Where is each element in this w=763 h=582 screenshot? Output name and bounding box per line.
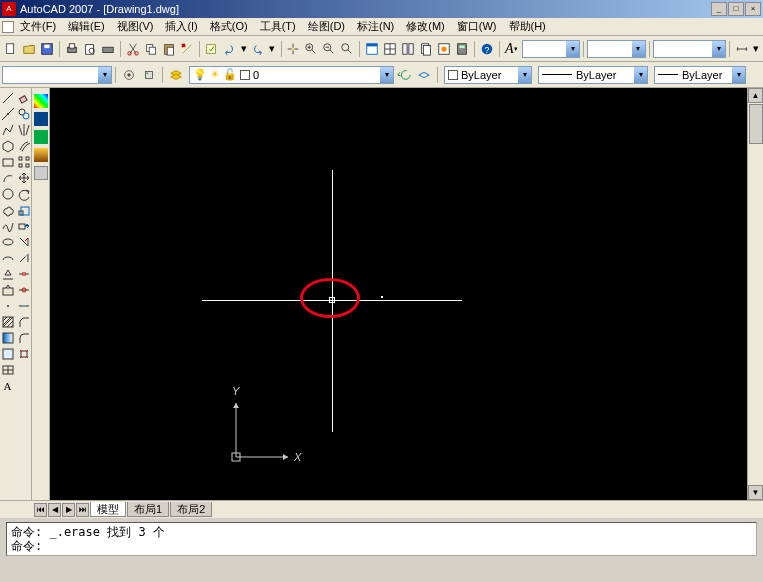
- move-icon[interactable]: [17, 171, 31, 185]
- fillet-icon[interactable]: [17, 331, 31, 345]
- ws-lock-icon[interactable]: [140, 66, 158, 84]
- matchprop-icon[interactable]: [179, 40, 195, 58]
- publish-icon[interactable]: [100, 40, 116, 58]
- aux-icon-4[interactable]: [34, 148, 48, 162]
- dim-dropdown-icon[interactable]: ▾: [752, 40, 760, 58]
- layer-combo[interactable]: 💡 ☀ 🔓 0 ▾: [189, 66, 394, 84]
- break-at-icon[interactable]: [17, 283, 31, 297]
- help-icon[interactable]: ?: [479, 40, 495, 58]
- menu-format[interactable]: 格式(O): [204, 19, 254, 34]
- spline-icon[interactable]: [1, 219, 15, 233]
- print-icon[interactable]: [64, 40, 80, 58]
- explode-icon[interactable]: [17, 347, 31, 361]
- new-icon[interactable]: [3, 40, 19, 58]
- save-icon[interactable]: [39, 40, 55, 58]
- sheet-set-icon[interactable]: [418, 40, 434, 58]
- tab-layout1[interactable]: 布局1: [127, 502, 169, 517]
- undo-dropdown-icon[interactable]: ▾: [239, 40, 248, 58]
- hatch-icon[interactable]: [1, 315, 15, 329]
- layer-iso-icon[interactable]: [415, 66, 433, 84]
- zoom-window-icon[interactable]: [339, 40, 355, 58]
- break-icon[interactable]: [17, 267, 31, 281]
- menu-tools[interactable]: 工具(T): [254, 19, 302, 34]
- dimstyle-combo[interactable]: ▾: [587, 40, 646, 58]
- aux-icon-5[interactable]: [34, 166, 48, 180]
- open-icon[interactable]: [21, 40, 37, 58]
- line-icon[interactable]: [1, 91, 15, 105]
- drawing-area[interactable]: X Y ▲ ▼: [50, 88, 763, 500]
- layer-prev-icon[interactable]: [395, 66, 413, 84]
- gradient-icon[interactable]: [1, 331, 15, 345]
- minimize-button[interactable]: _: [711, 2, 727, 16]
- mirror-icon[interactable]: [17, 123, 31, 137]
- markup-icon[interactable]: [436, 40, 452, 58]
- layer-props-icon[interactable]: [167, 66, 185, 84]
- calc-icon[interactable]: [454, 40, 470, 58]
- aux-icon-1[interactable]: [34, 94, 48, 108]
- polygon-icon[interactable]: [1, 139, 15, 153]
- zoom-previous-icon[interactable]: [321, 40, 337, 58]
- undo-icon[interactable]: [221, 40, 237, 58]
- stretch-icon[interactable]: [17, 219, 31, 233]
- block-icon[interactable]: [1, 283, 15, 297]
- redo-icon[interactable]: [250, 40, 266, 58]
- tab-next-icon[interactable]: ▶: [62, 503, 75, 517]
- color-combo[interactable]: ByLayer ▾: [444, 66, 532, 84]
- linetype-combo[interactable]: ByLayer ▾: [538, 66, 648, 84]
- arc-icon[interactable]: [1, 171, 15, 185]
- scale-icon[interactable]: [17, 203, 31, 217]
- chamfer-icon[interactable]: [17, 315, 31, 329]
- mtext-icon[interactable]: A: [1, 379, 15, 393]
- ellipse-icon[interactable]: [1, 235, 15, 249]
- tab-first-icon[interactable]: ⏮: [34, 503, 47, 517]
- copy-icon[interactable]: [143, 40, 159, 58]
- style-combo[interactable]: ▾: [522, 40, 581, 58]
- table-icon[interactable]: [1, 363, 15, 377]
- scroll-down-icon[interactable]: ▼: [748, 485, 763, 500]
- revcloud-icon[interactable]: [1, 203, 15, 217]
- insert-icon[interactable]: [1, 267, 15, 281]
- redo-dropdown-icon[interactable]: ▾: [268, 40, 277, 58]
- aux-icon-2[interactable]: [34, 112, 48, 126]
- menu-help[interactable]: 帮助(H): [503, 19, 552, 34]
- workspace-combo[interactable]: ▾: [2, 66, 112, 84]
- copy-obj-icon[interactable]: [17, 107, 31, 121]
- maximize-button[interactable]: □: [728, 2, 744, 16]
- tool-palettes-icon[interactable]: [400, 40, 416, 58]
- menu-edit[interactable]: 编辑(E): [62, 19, 111, 34]
- menu-window[interactable]: 窗口(W): [451, 19, 503, 34]
- offset-icon[interactable]: [17, 139, 31, 153]
- menu-draw[interactable]: 绘图(D): [302, 19, 351, 34]
- region-icon[interactable]: [1, 347, 15, 361]
- scroll-thumb[interactable]: [749, 104, 763, 144]
- command-window[interactable]: 命令: _.erase 找到 3 个 命令:: [6, 522, 757, 556]
- tblstyle-combo[interactable]: ▾: [653, 40, 726, 58]
- aux-icon-3[interactable]: [34, 130, 48, 144]
- trim-icon[interactable]: [17, 235, 31, 249]
- preview-icon[interactable]: [82, 40, 98, 58]
- pan-icon[interactable]: [285, 40, 301, 58]
- tab-prev-icon[interactable]: ◀: [48, 503, 61, 517]
- tab-model[interactable]: 模型: [90, 502, 126, 517]
- cut-icon[interactable]: [125, 40, 141, 58]
- ellipse-arc-icon[interactable]: [1, 251, 15, 265]
- menu-dimension[interactable]: 标注(N): [351, 19, 400, 34]
- point-icon[interactable]: [1, 299, 15, 313]
- pline-icon[interactable]: [1, 123, 15, 137]
- tab-layout2[interactable]: 布局2: [170, 502, 212, 517]
- extend-icon[interactable]: [17, 251, 31, 265]
- rotate-icon[interactable]: [17, 187, 31, 201]
- array-icon[interactable]: [17, 155, 31, 169]
- scrollbar-vertical[interactable]: ▲ ▼: [747, 88, 763, 500]
- xline-icon[interactable]: [1, 107, 15, 121]
- ws-settings-icon[interactable]: [120, 66, 138, 84]
- menu-view[interactable]: 视图(V): [111, 19, 160, 34]
- design-center-icon[interactable]: [382, 40, 398, 58]
- erase-icon[interactable]: [17, 91, 31, 105]
- menu-file[interactable]: 文件(F): [14, 19, 62, 34]
- dim-linear-icon[interactable]: [734, 40, 750, 58]
- lineweight-combo[interactable]: ByLayer ▾: [654, 66, 746, 84]
- menu-modify[interactable]: 修改(M): [400, 19, 451, 34]
- scroll-up-icon[interactable]: ▲: [748, 88, 763, 103]
- tab-last-icon[interactable]: ⏭: [76, 503, 89, 517]
